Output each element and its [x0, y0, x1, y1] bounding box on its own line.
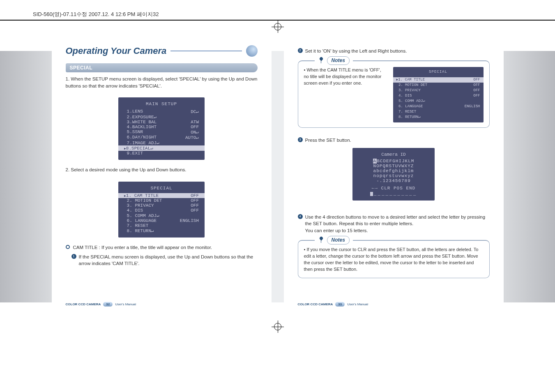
- page-right: 2 Set it to 'ON' by using the Left and R…: [284, 37, 504, 316]
- page-footer-left: COLOR CCD CAMERA 32 User's Manual: [66, 294, 258, 307]
- osd-char-row: abcdefghijklm: [358, 168, 429, 173]
- osd-menu-row: 1. CAM TITLEOFF: [118, 193, 205, 198]
- osd-camera-id: Camera ID ABCDEFGHIJKLMNOPQRSTUVWXYZabcd…: [352, 148, 435, 201]
- osd-menu-row: 2. MOTION DETOFF: [124, 198, 199, 203]
- osd-menu-row: 8. RETURN↵: [124, 228, 199, 233]
- registration-mark-bottom: [272, 321, 284, 333]
- osd-menu-row: 2.EXPOSURE↵: [124, 114, 199, 120]
- osd-menu-row: 6. LANGUAGEENGLISH: [396, 104, 480, 109]
- footer-lead: COLOR CCD CAMERA: [66, 302, 101, 306]
- step-4-text: Use the 4 direction buttons to move to a…: [305, 214, 486, 226]
- osd-cursor-row: ___________: [358, 191, 429, 196]
- osd-char-row: ABCDEFGHIJKLM: [358, 159, 429, 164]
- bullet-icon: [66, 245, 70, 249]
- page-left: Operating Your Camera SPECIAL 1. When th…: [52, 37, 272, 316]
- step-4-line: 4 Use the 4 direction buttons to move to…: [298, 214, 490, 234]
- osd-title: MAIN SETUP: [124, 101, 199, 106]
- osd-menu-row: 5. COMM ADJ↵: [124, 213, 199, 218]
- osd-menu-row: 4. DISOFF: [124, 208, 199, 213]
- circled-2-icon: 2: [298, 48, 303, 53]
- page-footer-right: COLOR CCD CAMERA 33 User's Manual: [298, 294, 490, 307]
- osd-menu-row: 5. COMM ADJ↵: [396, 99, 480, 104]
- osd-input-underline: ___________: [374, 191, 417, 196]
- registration-mark-top: [272, 21, 284, 33]
- chapter-rule: [170, 51, 242, 51]
- step-1-note-text: If the SPECIAL menu screen is displayed,…: [79, 254, 253, 266]
- osd-menu-row: 7. RESET: [124, 223, 199, 228]
- osd-char-row: nopqrstuvwxyz: [358, 173, 429, 178]
- step-2-text: Set it to 'ON' by using the Left and Rig…: [305, 48, 407, 53]
- osd-menu-row: 2. MOTION DETOFF: [396, 83, 480, 88]
- osd-char-row: -.123456789: [358, 178, 429, 183]
- osd-special-small: SPECIAL 1. CAM TITLEOFF2. MOTION DETOFF3…: [393, 67, 484, 122]
- notes-label: Notes: [327, 236, 350, 244]
- step-3-line: 3 Press the SET button.: [298, 137, 490, 144]
- osd-menu-row: 5.SSNRON↵: [124, 129, 199, 135]
- page-number: 32: [103, 302, 113, 307]
- osd-menu-row: 8. RETURN↵: [396, 115, 480, 120]
- osd-menu-row: 8.SPECIAL↵: [118, 145, 205, 151]
- footer-lead: COLOR CCD CAMERA: [298, 302, 333, 306]
- chapter-dot-icon: [246, 45, 258, 57]
- page-number: 33: [335, 302, 345, 307]
- note1-text: • When the CAM TITLE menu is 'OFF', no t…: [304, 67, 387, 122]
- osd-menu-row: 1.LENSDC↵: [124, 109, 199, 114]
- print-header: SID-560(영)-07.11수정 2007.12. 4 12:6 PM 페이…: [0, 8, 555, 21]
- step-4-text-b: You can enter up to 15 letters.: [305, 228, 368, 233]
- left-step1-text: 1. When the SETUP menu screen is display…: [66, 76, 258, 89]
- osd-menu-row: 1. CAM TITLEOFF: [393, 77, 484, 83]
- chapter-title: Operating Your Camera: [66, 46, 167, 56]
- notes-label: Notes: [327, 56, 350, 65]
- osd-menu-row: 6.DAY/NIGHTAUTO↵: [124, 135, 199, 140]
- note2-text: • If you move the cursor to CLR and pres…: [304, 247, 484, 273]
- circled-4-icon: 4: [298, 214, 303, 219]
- cam-title-bullet: CAM TITLE : If you enter a title, the ti…: [66, 244, 258, 251]
- pin-icon: [318, 237, 325, 243]
- step-2-line: 2 Set it to 'ON' by using the Left and R…: [298, 48, 490, 55]
- osd-title: Camera ID: [358, 152, 429, 157]
- osd-menu-row: 3. PRIVACYOFF: [396, 88, 480, 93]
- section-tab-special: SPECIAL: [66, 63, 258, 72]
- osd-special: SPECIAL 1. CAM TITLEOFF2. MOTION DETOFF3…: [118, 182, 205, 238]
- notes-box-1: Notes • When the CAM TITLE menu is 'OFF'…: [298, 60, 490, 128]
- osd-menu-row: 9.EXIT: [124, 151, 199, 156]
- osd-cursor-block: [370, 192, 373, 196]
- osd-actions-row: ←→ CLR POS END: [358, 186, 429, 191]
- step-1-note: 1 If the SPECIAL menu screen is displaye…: [66, 254, 258, 267]
- osd-menu-row: 6. LANGUAGEENGLISH: [124, 218, 199, 223]
- osd-title: SPECIAL: [396, 69, 480, 75]
- osd-menu-row: 4. DISOFF: [396, 93, 480, 99]
- circled-3-icon: 3: [298, 137, 303, 142]
- footer-tail: User's Manual: [115, 302, 136, 306]
- circled-1-icon: 1: [71, 254, 76, 259]
- osd-menu-row: 7.IMAGE ADJ↵: [124, 140, 199, 145]
- osd-main-setup: MAIN SETUP 1.LENSDC↵2.EXPOSURE↵3.WHITE B…: [118, 97, 205, 160]
- step-3-text: Press the SET button.: [305, 138, 351, 143]
- osd-menu-row: 3. PRIVACYOFF: [124, 203, 199, 208]
- left-step2-text: 2. Select a desired mode using the Up an…: [66, 166, 258, 173]
- osd-menu-row: 7. RESET: [396, 109, 480, 115]
- footer-tail: User's Manual: [347, 302, 368, 306]
- cam-title-bullet-text: CAM TITLE : If you enter a title, the ti…: [73, 245, 212, 250]
- osd-menu-row: 4.BACKLIGHTOFF: [124, 125, 199, 129]
- pin-icon: [318, 57, 325, 64]
- notes-box-2: Notes • If you move the cursor to CLR an…: [298, 240, 490, 278]
- osd-title: SPECIAL: [124, 186, 199, 191]
- osd-menu-row: 3.WHITE BALATW: [124, 120, 199, 125]
- osd-char-row: NOPQRSTUVWXYZ: [358, 164, 429, 168]
